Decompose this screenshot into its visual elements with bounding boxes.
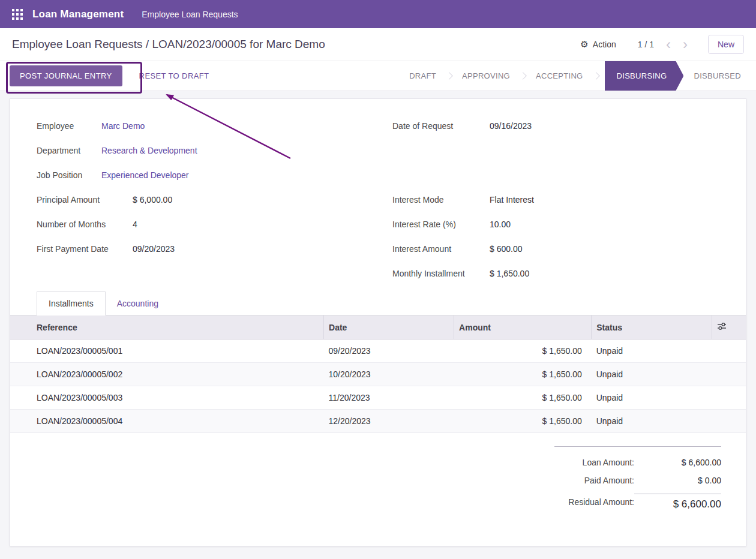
interest-mode-label: Interest Mode — [392, 195, 490, 205]
job-position-label: Job Position — [37, 170, 101, 180]
installments-table: Reference Date Amount Status — [10, 315, 746, 433]
monthly-installment-label: Monthly Installment — [392, 269, 490, 278]
step-accepting[interactable]: ACCEPTING — [526, 61, 593, 91]
employee-value[interactable]: Marc Demo — [101, 121, 145, 131]
table-row[interactable]: LOAN/2023/00005/003 11/20/2023 $ 1,650.0… — [10, 386, 746, 410]
top-navbar: Loan Management Employee Loan Requests — [0, 0, 756, 28]
cell-status: Unpaid — [592, 410, 712, 433]
cell-reference: LOAN/2023/00005/001 — [10, 339, 324, 363]
principal-amount-label: Principal Amount — [37, 195, 133, 205]
optional-columns-icon[interactable] — [717, 321, 727, 331]
field-date-of-request: Date of Request 09/16/2023 — [392, 113, 719, 138]
department-label: Department — [37, 146, 101, 155]
col-header-status[interactable]: Status — [592, 315, 712, 339]
cell-reference: LOAN/2023/00005/003 — [10, 386, 324, 410]
first-payment-date-value[interactable]: 09/20/2023 — [133, 244, 175, 254]
field-first-payment-date: First Payment Date 09/20/2023 — [37, 236, 378, 261]
form-fields: Employee Marc Demo Department Research &… — [10, 113, 746, 285]
spacer — [392, 138, 719, 163]
step-draft[interactable]: DRAFT — [399, 61, 446, 91]
interest-mode-value[interactable]: Flat Interest — [490, 195, 534, 205]
cell-status: Unpaid — [592, 339, 712, 363]
table-header-row: Reference Date Amount Status — [10, 315, 746, 339]
menu-employee-loan-requests[interactable]: Employee Loan Requests — [142, 10, 238, 19]
monthly-installment-value[interactable]: $ 1,650.00 — [490, 269, 529, 278]
chevron-right-icon[interactable]: › — [683, 37, 688, 52]
statusbar-row: POST JOURNAL ENTRY RESET TO DRAFT DRAFT … — [0, 61, 756, 91]
cell-date: 11/20/2023 — [324, 386, 454, 410]
table-row[interactable]: LOAN/2023/00005/001 09/20/2023 $ 1,650.0… — [10, 339, 746, 363]
breadcrumb-row: Employee Loan Requests / LOAN/2023/00005… — [0, 28, 756, 61]
summary-paid-amount: Paid Amount: $ 0.00 — [554, 476, 721, 485]
control-panel-right: ⚙ Action 1 / 1 ‹ › New — [580, 35, 744, 54]
interest-amount-label: Interest Amount — [392, 244, 490, 254]
cell-date: 10/20/2023 — [324, 363, 454, 386]
form-right-column: Date of Request 09/16/2023 Interest Mode… — [378, 113, 719, 285]
number-of-months-value[interactable]: 4 — [133, 220, 137, 229]
loan-amount-value: $ 6,600.00 — [634, 458, 721, 467]
col-header-date[interactable]: Date — [324, 315, 454, 339]
field-interest-amount: Interest Amount $ 600.00 — [392, 236, 719, 261]
field-monthly-installment: Monthly Installment $ 1,650.00 — [392, 261, 719, 285]
tab-installments[interactable]: Installments — [37, 291, 106, 315]
apps-grid-icon[interactable] — [12, 9, 23, 20]
cell-status: Unpaid — [592, 363, 712, 386]
principal-amount-value[interactable]: $ 6,000.00 — [133, 195, 172, 205]
form-left-column: Employee Marc Demo Department Research &… — [37, 113, 378, 285]
summary-residual-amount: Residual Amount: $ 6,600.00 — [554, 494, 721, 510]
gear-icon: ⚙ — [580, 39, 588, 50]
interest-amount-value[interactable]: $ 600.00 — [490, 244, 523, 254]
new-button[interactable]: New — [708, 35, 744, 54]
chevron-separator-icon — [592, 72, 600, 80]
post-journal-entry-button[interactable]: POST JOURNAL ENTRY — [10, 65, 122, 86]
residual-amount-value: $ 6,600.00 — [634, 494, 721, 510]
field-job-position: Job Position Experienced Developer — [37, 163, 378, 187]
step-approving[interactable]: APPROVING — [452, 61, 520, 91]
spacer — [392, 163, 719, 187]
col-header-amount[interactable]: Amount — [454, 315, 592, 339]
app-name[interactable]: Loan Management — [32, 8, 124, 20]
field-department: Department Research & Development — [37, 138, 378, 163]
cell-reference: LOAN/2023/00005/004 — [10, 410, 324, 433]
action-label: Action — [593, 40, 616, 49]
date-of-request-value[interactable]: 09/16/2023 — [490, 121, 532, 131]
action-menu-button[interactable]: ⚙ Action — [580, 39, 616, 50]
breadcrumb: Employee Loan Requests / LOAN/2023/00005… — [12, 38, 325, 51]
status-steps: DRAFT APPROVING ACCEPTING DISBURSING DIS… — [399, 61, 756, 91]
department-value[interactable]: Research & Development — [101, 146, 197, 155]
field-principal-amount: Principal Amount $ 6,000.00 — [37, 187, 378, 212]
pager-count: 1 / 1 — [638, 40, 654, 49]
step-disbursing[interactable]: DISBURSING — [605, 61, 684, 91]
job-position-value[interactable]: Experienced Developer — [101, 170, 189, 180]
col-header-reference[interactable]: Reference — [10, 315, 324, 339]
cell-amount: $ 1,650.00 — [454, 386, 592, 410]
chevron-left-icon[interactable]: ‹ — [666, 37, 671, 52]
tab-accounting[interactable]: Accounting — [106, 292, 170, 315]
paid-amount-label: Paid Amount: — [554, 476, 634, 485]
cell-amount: $ 1,650.00 — [454, 410, 592, 433]
field-number-of-months: Number of Months 4 — [37, 212, 378, 236]
col-header-options — [712, 315, 746, 339]
field-interest-rate: Interest Rate (%) 10.00 — [392, 212, 719, 236]
form-sheet: Employee Marc Demo Department Research &… — [10, 98, 746, 546]
table-row[interactable]: LOAN/2023/00005/004 12/20/2023 $ 1,650.0… — [10, 410, 746, 433]
step-disbursed[interactable]: DISBURSED — [683, 61, 751, 91]
number-of-months-label: Number of Months — [37, 220, 133, 229]
field-interest-mode: Interest Mode Flat Interest — [392, 187, 719, 212]
reset-to-draft-button[interactable]: RESET TO DRAFT — [139, 71, 209, 80]
table-row[interactable]: LOAN/2023/00005/002 10/20/2023 $ 1,650.0… — [10, 363, 746, 386]
employee-label: Employee — [37, 121, 101, 131]
loan-summary: Loan Amount: $ 6,600.00 Paid Amount: $ 0… — [554, 446, 721, 510]
cell-date: 12/20/2023 — [324, 410, 454, 433]
interest-rate-value[interactable]: 10.00 — [490, 220, 511, 229]
notebook-tabs: Installments Accounting — [10, 291, 746, 315]
paid-amount-value: $ 0.00 — [634, 476, 721, 485]
field-employee: Employee Marc Demo — [37, 113, 378, 138]
interest-rate-label: Interest Rate (%) — [392, 220, 490, 229]
residual-amount-label: Residual Amount: — [554, 497, 634, 507]
summary-loan-amount: Loan Amount: $ 6,600.00 — [554, 458, 721, 467]
cell-reference: LOAN/2023/00005/002 — [10, 363, 324, 386]
loan-amount-label: Loan Amount: — [554, 458, 634, 467]
cell-amount: $ 1,650.00 — [454, 363, 592, 386]
cell-status: Unpaid — [592, 386, 712, 410]
